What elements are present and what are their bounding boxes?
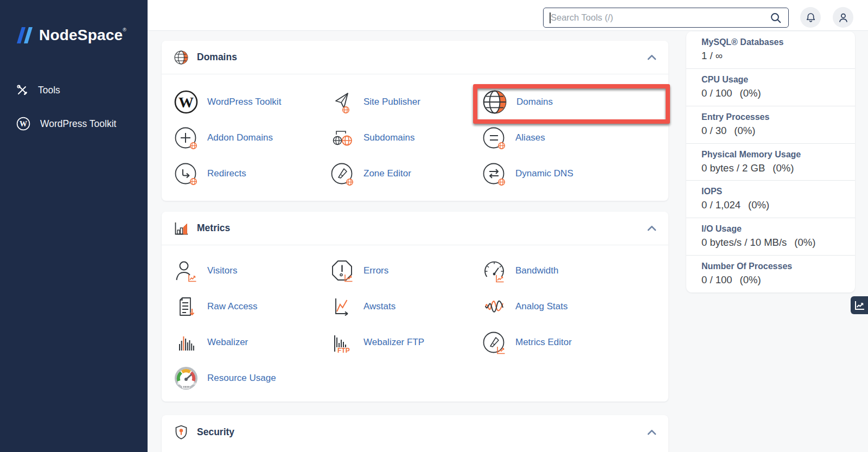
svg-text:MIN: MIN	[177, 383, 182, 385]
stat-row-cpu-usage: CPU Usage 0 / 100(0%)	[686, 68, 855, 106]
domains-grid: W WordPress Toolkit Site Publisher	[162, 74, 668, 192]
tool-link[interactable]: Zone Editor	[363, 168, 411, 179]
stat-row-iops: IOPS 0 / 1,024(0%)	[686, 180, 855, 218]
stat-percent: (0%)	[773, 162, 794, 174]
tool-item-webalizer-ftp: FTP Webalizer FTP	[318, 324, 470, 360]
stat-percent: (0%)	[740, 87, 761, 99]
search-box	[543, 8, 789, 28]
wordpress-icon: W	[16, 117, 30, 131]
svg-text:W: W	[20, 120, 27, 128]
nodespace-logo: NodeSpace®	[13, 25, 126, 46]
tool-link[interactable]: Aliases	[515, 132, 545, 143]
search-icon	[770, 12, 782, 24]
tool-item-raw-access: Raw Access	[162, 289, 318, 324]
stat-label: Physical Memory Usage	[701, 150, 846, 160]
user-icon	[838, 12, 848, 23]
tool-link[interactable]: Analog Stats	[515, 301, 567, 312]
site-publisher-icon	[330, 90, 355, 114]
collapse-toggle[interactable]	[645, 52, 659, 62]
sidebar-nav: Tools W WordPress Toolkit	[0, 77, 148, 138]
tool-link[interactable]: Redirects	[207, 168, 246, 179]
sidebar-item-label: Tools	[38, 85, 60, 96]
stat-value: 0 / 30	[701, 125, 726, 137]
redirects-icon	[174, 161, 199, 186]
resource-stats-panel: MySQL® Databases 1 / ∞ CPU Usage 0 / 100…	[686, 31, 855, 292]
svg-text:MAX: MAX	[190, 383, 196, 385]
visitors-icon	[174, 258, 199, 283]
topbar	[148, 0, 868, 31]
analog-stats-icon	[482, 294, 507, 319]
stat-percent: (0%)	[748, 199, 769, 211]
stat-row-physical-memory: Physical Memory Usage 0 bytes / 2 GB(0%)	[686, 143, 855, 181]
tool-item-site-publisher: Site Publisher	[318, 84, 470, 120]
notifications-button[interactable]	[800, 7, 821, 28]
stat-row-number-of-processes: Number Of Processes 0 / 100(0%)	[686, 255, 855, 292]
tool-item-zone-editor: Zone Editor	[318, 156, 470, 192]
cpanel-dashboard: NodeSpace® Tools W WordPress Toolkit	[0, 0, 868, 452]
zone-editor-icon	[330, 161, 355, 186]
stat-value: 0 / 100	[701, 274, 732, 286]
svg-text:W: W	[178, 94, 194, 111]
tool-link[interactable]: Addon Domains	[207, 132, 273, 143]
aliases-icon	[482, 125, 507, 150]
tool-link[interactable]: Metrics Editor	[515, 337, 572, 348]
stat-percent: (0%)	[794, 237, 815, 249]
tool-item-aliases: Aliases	[470, 120, 668, 156]
tool-link[interactable]: Raw Access	[207, 301, 258, 312]
stat-percent: (0%)	[740, 274, 761, 286]
security-section: Security	[162, 415, 668, 452]
tool-link[interactable]: Visitors	[207, 265, 237, 276]
sidebar-item-tools[interactable]: Tools	[0, 77, 148, 103]
tool-link[interactable]: Bandwidth	[515, 265, 558, 276]
sidebar-item-wordpress-toolkit[interactable]: W WordPress Toolkit	[0, 110, 148, 138]
stat-label: CPU Usage	[701, 75, 846, 85]
stat-label: Entry Processes	[701, 112, 846, 122]
webalizer-icon	[174, 330, 199, 355]
tool-link[interactable]: Subdomains	[363, 132, 415, 143]
errors-icon	[330, 258, 355, 283]
bandwidth-icon	[482, 258, 507, 283]
stat-label: IOPS	[701, 187, 846, 196]
domains-section: Domains W WordPress Toolkit	[162, 41, 668, 201]
stat-value: 0 bytes/s / 10 MB/s	[701, 237, 787, 249]
tool-link[interactable]: WordPress Toolkit	[207, 97, 281, 107]
tool-item-dynamic-dns: Dynamic DNS	[470, 156, 668, 192]
section-title: Security	[197, 426, 234, 438]
sidebar-item-label: WordPress Toolkit	[40, 118, 116, 130]
chevron-up-icon	[647, 429, 656, 435]
stat-row-mysql-databases: MySQL® Databases 1 / ∞	[686, 31, 855, 68]
metrics-editor-icon	[482, 330, 507, 355]
tool-item-bandwidth: Bandwidth	[470, 253, 668, 289]
tool-item-domains: Domains	[470, 84, 668, 120]
chevron-up-icon	[647, 225, 656, 231]
tool-link[interactable]: Site Publisher	[363, 97, 420, 107]
tool-link[interactable]: Dynamic DNS	[515, 168, 573, 179]
tool-link[interactable]: Errors	[363, 265, 388, 276]
section-title: Metrics	[197, 222, 230, 234]
collapse-toggle[interactable]	[645, 427, 659, 437]
tool-link[interactable]: Resource Usage	[207, 373, 276, 384]
tool-item-analog-stats: Analog Stats	[470, 289, 668, 324]
stat-label: Number Of Processes	[701, 262, 846, 271]
wordpress-toolkit-icon: W	[174, 90, 199, 114]
collapse-toggle[interactable]	[645, 223, 659, 233]
tool-link[interactable]: Webalizer	[207, 337, 248, 348]
tool-link[interactable]: Webalizer FTP	[363, 337, 424, 348]
brand-name: NodeSpace®	[39, 25, 126, 46]
account-button[interactable]	[833, 7, 853, 28]
metrics-section-header: Metrics	[162, 212, 668, 245]
search-input[interactable]	[544, 8, 788, 27]
tool-item-addon-domains: Addon Domains	[162, 120, 318, 156]
line-chart-icon	[854, 301, 865, 310]
metrics-section: Metrics Visitors	[162, 212, 668, 402]
domains-section-icon	[174, 50, 189, 65]
tool-item-subdomains: Subdomains	[318, 120, 470, 156]
addon-domains-icon	[174, 125, 199, 150]
metrics-grid: Visitors Errors Bandw	[162, 245, 668, 396]
tools-icon	[16, 84, 28, 96]
resource-usage-icon: MIN MAX	[174, 366, 199, 391]
tool-link[interactable]: Domains	[516, 97, 553, 107]
tool-item-metrics-editor: Metrics Editor	[470, 324, 668, 360]
statistics-toggle-button[interactable]	[851, 296, 868, 314]
tool-link[interactable]: Awstats	[363, 301, 395, 312]
